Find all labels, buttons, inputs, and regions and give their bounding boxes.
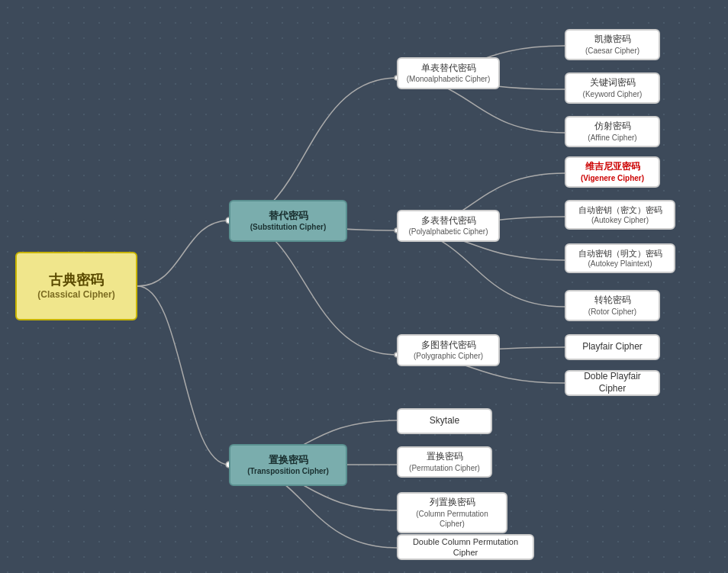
vigenere-english: (Vigenere Cipher) [581, 173, 644, 183]
substitution-english: (Substitution Cipher) [250, 222, 326, 232]
autokey-plain-chinese: 自动密钥（明文）密码 [578, 248, 662, 259]
caesar-cipher-node: 凯撒密码 (Caesar Cipher) [565, 29, 660, 60]
caesar-english: (Caesar Cipher) [585, 46, 639, 56]
polygraphic-cipher-node: 多图替代密码 (Polygraphic Cipher) [397, 334, 500, 366]
permutation-chinese: 置换密码 [427, 451, 463, 463]
mono-english: (Monoalphabetic Cipher) [407, 74, 491, 84]
column-perm-english: (Column Permutation Cipher) [403, 509, 501, 529]
double-playfair-cipher-node: Doble Playfair Cipher [565, 370, 660, 396]
keyword-chinese: 关键词密码 [590, 77, 636, 89]
caesar-chinese: 凯撒密码 [594, 34, 631, 46]
autokey-plain-node: 自动密钥（明文）密码 (Autokey Plaintext) [565, 243, 675, 273]
permutation-english: (Permutation Cipher) [409, 463, 480, 473]
vigenere-chinese: 维吉尼亚密码 [585, 161, 640, 173]
poly-english: (Polyalphabetic Cipher) [409, 227, 488, 237]
polygraphic-english: (Polygraphic Cipher) [414, 351, 483, 361]
affine-english: (Affine Cipher) [588, 133, 636, 143]
permutation-cipher-node: 置换密码 (Permutation Cipher) [397, 446, 492, 478]
autokey-plain-english: (Autokey Plaintext) [588, 259, 652, 269]
transposition-english: (Transposition Cipher) [247, 466, 329, 476]
rotor-chinese: 转轮密码 [594, 295, 631, 307]
substitution-cipher-node: 替代密码 (Substitution Cipher) [229, 200, 347, 242]
autokey-cipher-chinese: 自动密钥（密文）密码 [578, 204, 662, 215]
skytale-label: Skytale [430, 415, 459, 427]
column-perm-chinese: 列置换密码 [430, 497, 475, 509]
keyword-english: (Keyword Cipher) [583, 89, 643, 99]
poly-chinese: 多表替代密码 [421, 215, 476, 227]
polyalphabetic-cipher-node: 多表替代密码 (Polyalphabetic Cipher) [397, 210, 500, 242]
root-node: 古典密码 (Classical Cipher) [15, 252, 137, 320]
autokey-cipher-english: (Autokey Cipher) [591, 215, 649, 225]
polygraphic-chinese: 多图替代密码 [421, 340, 476, 352]
column-permutation-cipher-node: 列置换密码 (Column Permutation Cipher) [397, 492, 507, 533]
substitution-chinese: 替代密码 [269, 210, 308, 223]
autokey-cipher-node: 自动密钥（密文）密码 (Autokey Cipher) [565, 200, 675, 230]
root-english: (Classical Cipher) [37, 289, 114, 301]
vigenere-cipher-node: 维吉尼亚密码 (Vigenere Cipher) [565, 156, 660, 188]
monoalphabetic-cipher-node: 单表替代密码 (Monoalphabetic Cipher) [397, 57, 500, 89]
skytale-node: Skytale [397, 408, 492, 434]
root-chinese: 古典密码 [49, 272, 104, 289]
affine-cipher-node: 仿射密码 (Affine Cipher) [565, 116, 660, 147]
transposition-chinese: 置换密码 [269, 454, 308, 467]
double-playfair-label: Doble Playfair Cipher [571, 371, 654, 394]
rotor-english: (Rotor Cipher) [588, 307, 636, 317]
mono-chinese: 单表替代密码 [421, 63, 476, 75]
affine-chinese: 仿射密码 [594, 121, 631, 133]
double-col-perm-label: Double Column Permutation Cipher [403, 536, 528, 559]
transposition-cipher-node: 置换密码 (Transposition Cipher) [229, 444, 347, 486]
double-column-permutation-node: Double Column Permutation Cipher [397, 534, 534, 560]
playfair-cipher-node: Playfair Cipher [565, 334, 660, 360]
keyword-cipher-node: 关键词密码 (Keyword Cipher) [565, 72, 660, 104]
playfair-label: Playfair Cipher [582, 341, 643, 353]
rotor-cipher-node: 转轮密码 (Rotor Cipher) [565, 290, 660, 321]
